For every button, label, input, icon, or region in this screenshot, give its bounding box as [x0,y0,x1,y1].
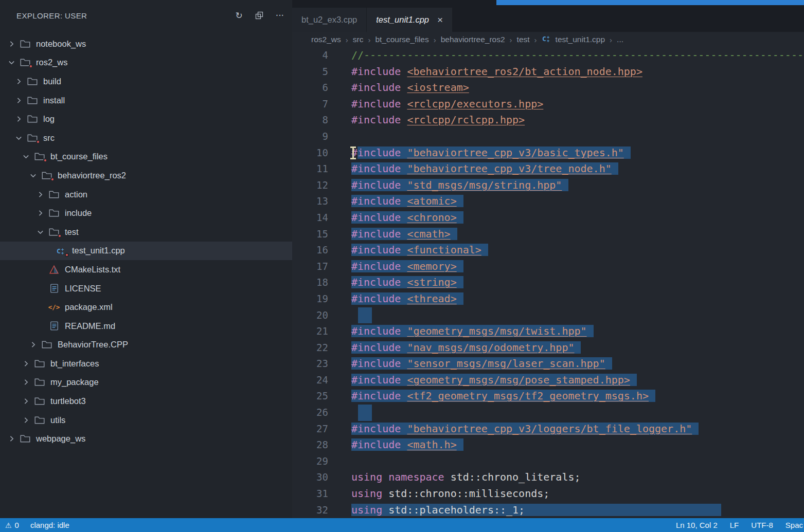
chevron-down-icon[interactable] [36,228,48,236]
code-line-23[interactable]: 23#include "sensor_msgs/msg/laser_scan.h… [292,356,804,372]
tree-item-readme-md[interactable]: README.md [0,317,292,336]
chevron-right-icon[interactable] [22,397,34,406]
tree-item-label: include [65,208,92,218]
chevron-down-icon[interactable] [29,171,41,180]
chevron-right-icon[interactable] [22,359,34,368]
status-item-spac[interactable]: Spac [785,521,803,529]
code-line-22[interactable]: 22#include "nav_msgs/msg/odometry.hpp" [292,340,804,356]
breadcrumb-item-bt-course-files[interactable]: bt_course_files [375,35,428,44]
code-line-12[interactable]: 12#include "std_msgs/msg/string.hpp" [292,177,804,194]
code-line-24[interactable]: 24#include <geometry_msgs/msg/pose_stamp… [292,372,804,389]
chevron-right-icon[interactable] [14,115,27,123]
tree-item-action[interactable]: action [0,185,292,204]
code-line-29[interactable]: 29 [292,453,804,470]
tree-item-cmakelists-txt[interactable]: CMakeLists.txt [0,260,292,279]
modified-dot [50,177,55,181]
tree-item-src[interactable]: src [0,129,292,148]
code-line-4[interactable]: 4//-------------------------------------… [292,47,804,64]
code-line-15[interactable]: 15#include <cmath> [292,226,804,243]
close-icon[interactable]: × [437,15,443,25]
tree-item-my-package[interactable]: my_package [0,373,292,392]
code-line-28[interactable]: 28#include <math.h> [292,437,804,453]
code-line-17[interactable]: 17#include <memory> [292,259,804,275]
tree-item-turtlebot3[interactable]: turtlebot3 [0,392,292,411]
tab-bt-u2-ex3-cpp[interactable]: bt_u2_ex3.cpp [292,8,366,32]
tree-item-bt-interfaces[interactable]: bt_interfaces [0,354,292,373]
explorer-actions: ↻··· [236,11,284,20]
chevron-down-icon[interactable] [22,152,34,161]
code-line-19[interactable]: 19#include <thread> [292,291,804,307]
code-line-32[interactable]: 32using std::placeholders::_1; [292,502,804,518]
editor-tabs: bt_u2_ex3.cpptest_unit1.cpp× [292,0,804,32]
chevron-right-icon[interactable] [36,209,48,217]
chevron-separator-icon: › [510,35,512,44]
tree-item-utils[interactable]: utils [0,411,292,430]
line-number: 29 [292,453,328,470]
chevron-right-icon[interactable] [7,434,20,443]
more-actions-icon[interactable]: ··· [276,11,284,20]
refresh-icon[interactable]: ↻ [236,11,243,20]
collapse-folders-icon[interactable] [255,11,263,20]
breadcrumb-item-[interactable]: ... [617,35,623,44]
tree-item-include[interactable]: include [0,204,292,223]
tree-item-test[interactable]: test [0,223,292,242]
tree-item-bt-course-files[interactable]: bt_course_files [0,148,292,167]
status-item-ln-10-col-2[interactable]: Ln 10, Col 2 [676,521,718,529]
tab-test-unit1-cpp[interactable]: test_unit1.cpp× [367,8,452,32]
code-line-31[interactable]: 31using std::chrono::milliseconds; [292,486,804,502]
folder-icon [48,209,60,217]
tree-item-log[interactable]: log [0,109,292,129]
code-editor[interactable]: 4//-------------------------------------… [292,47,804,518]
code-line-21[interactable]: 21#include "geometry_msgs/msg/twist.hpp" [292,323,804,340]
tree-item-license[interactable]: LICENSE [0,279,292,298]
breadcrumb-item-test[interactable]: test [517,35,530,44]
code-line-30[interactable]: 30using namespace std::chrono_literals; [292,469,804,486]
chevron-right-icon[interactable] [22,378,34,387]
chevron-down-icon[interactable] [14,134,27,142]
code-line-13[interactable]: 13#include <atomic> [292,193,804,210]
tree-item-notebook-ws[interactable]: notebook_ws [0,34,292,53]
tree-item-build[interactable]: build [0,72,292,91]
code-line-27[interactable]: 27#include "behaviortree_cpp_v3/loggers/… [292,421,804,437]
status-item-0[interactable]: ⚠0 [5,521,19,529]
chevron-right-icon[interactable] [14,96,27,105]
chevron-right-icon[interactable] [29,340,41,349]
code-line-11[interactable]: 11#include "behaviortree_cpp_v3/tree_nod… [292,161,804,177]
tree-item-package-xml[interactable]: </>package.xml [0,298,292,317]
tree-item-behaviortree-cpp[interactable]: BehaviorTree.CPP [0,336,292,355]
line-number: 28 [292,437,328,453]
code-line-16[interactable]: 16#include <functional> [292,242,804,259]
code-line-25[interactable]: 25#include <tf2_geometry_msgs/tf2_geomet… [292,388,804,405]
breadcrumb-item-test-unit1-cpp[interactable]: C++test_unit1.cpp [542,34,605,45]
code-line-10[interactable]: 10#include "behaviortree_cpp_v3/basic_ty… [292,145,804,161]
status-item-lf[interactable]: LF [730,521,739,529]
tree-item-label: test_unit1.cpp [72,246,125,255]
status-item-utf-8[interactable]: UTF-8 [751,521,773,529]
line-number: 25 [292,388,328,405]
code-line-7[interactable]: 7#include <rclcpp/executors.hpp> [292,96,804,113]
code-line-26[interactable]: 26 [292,405,804,421]
chevron-down-icon[interactable] [7,58,20,67]
breadcrumb-item-behaviortree-ros2[interactable]: behaviortree_ros2 [441,35,505,44]
tree-item-ros2-ws[interactable]: ros2_ws [0,53,292,72]
code-line-20[interactable]: 20 [292,307,804,324]
tree-item-test-unit1-cpp[interactable]: C++test_unit1.cpp [0,242,292,261]
tree-item-webpage-ws[interactable]: webpage_ws [0,429,292,448]
code-line-18[interactable]: 18#include <string> [292,274,804,291]
folder-icon [20,40,31,48]
tree-item-install[interactable]: install [0,91,292,110]
chevron-right-icon[interactable] [7,40,20,48]
breadcrumb-item-ros2-ws[interactable]: ros2_ws [311,35,341,44]
code-line-14[interactable]: 14#include <chrono> [292,210,804,226]
chevron-right-icon[interactable] [36,190,48,199]
chevron-right-icon[interactable] [14,77,27,86]
tree-item-behaviortree-ros2[interactable]: behaviortree_ros2 [0,166,292,185]
status-item-clangd-idle[interactable]: clangd: idle [30,521,69,529]
code-line-6[interactable]: 6#include <iostream> [292,80,804,96]
code-line-8[interactable]: 8#include <rclcpp/rclcpp.hpp> [292,112,804,129]
code-line-9[interactable]: 9 [292,129,804,145]
code-line-5[interactable]: 5#include <behaviortree_ros2/bt_action_n… [292,64,804,80]
chevron-right-icon[interactable] [22,416,34,425]
breadcrumb-item-src[interactable]: src [353,35,364,44]
code-token: <rclcpp/executors.hpp> [407,98,543,110]
